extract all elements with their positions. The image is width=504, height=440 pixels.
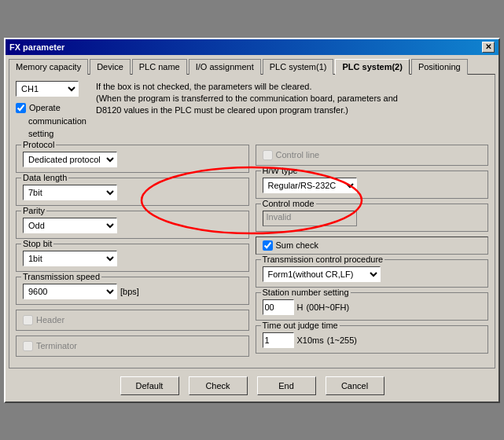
ch-select[interactable]: CH1 CH2 bbox=[16, 81, 79, 97]
data-length-label: Data length bbox=[21, 173, 68, 182]
station-h-label: H bbox=[297, 302, 304, 312]
data-length-row: 7bit 8bit bbox=[23, 185, 242, 200]
window-title: FX parameter bbox=[9, 42, 64, 52]
control-mode-group: Control mode Invalid bbox=[256, 204, 489, 232]
title-bar: FX parameter ✕ bbox=[6, 39, 498, 55]
right-column: Control line H/W type Regular/RS-232C RS… bbox=[256, 145, 489, 361]
fx-parameter-window: FX parameter ✕ Memory capacity Device PL… bbox=[4, 38, 500, 403]
protocol-row: Dedicated protocol Computer link bbox=[23, 152, 242, 167]
header-label: Header bbox=[36, 315, 64, 324]
station-number-label: Station number setting bbox=[261, 288, 351, 297]
hw-type-row: Regular/RS-232C RS-485 bbox=[263, 178, 482, 193]
control-line-group: Control line bbox=[256, 145, 489, 166]
timeout-input[interactable] bbox=[263, 332, 294, 348]
default-button[interactable]: Default bbox=[120, 376, 179, 395]
transmission-speed-group: Transmission speed 9600 19200 38400 [bps… bbox=[16, 277, 249, 305]
terminator-checkbox bbox=[23, 341, 33, 351]
tab-plc-name[interactable]: PLC name bbox=[132, 59, 187, 75]
header-checkbox bbox=[23, 315, 33, 325]
timeout-group: Time out judge time X10ms (1~255) bbox=[256, 325, 489, 354]
close-icon: ✕ bbox=[485, 42, 491, 51]
stop-bit-select[interactable]: 1bit 2bit bbox=[23, 251, 117, 266]
tab-bar: Memory capacity Device PLC name I/O assi… bbox=[6, 55, 498, 74]
bottom-buttons: Default Check End Cancel bbox=[6, 372, 498, 402]
parity-select[interactable]: Odd Even None bbox=[23, 218, 117, 233]
tab-plc-system2[interactable]: PLC system(2) bbox=[335, 59, 409, 75]
station-number-group: Station number setting H (00H~0FH) bbox=[256, 292, 489, 321]
stop-bit-row: 1bit 2bit bbox=[23, 251, 242, 266]
hw-type-group: H/W type Regular/RS-232C RS-485 bbox=[256, 170, 489, 199]
timeout-label: Time out judge time bbox=[261, 321, 340, 330]
transmission-speed-row: 9600 19200 38400 [bps] bbox=[23, 284, 242, 299]
tab-io-assignment[interactable]: I/O assignment bbox=[189, 59, 261, 75]
left-column: Protocol Dedicated protocol Computer lin… bbox=[16, 145, 249, 361]
control-mode-row: Invalid bbox=[263, 211, 482, 226]
timeout-unit: X10ms bbox=[297, 336, 324, 345]
tab-positioning[interactable]: Positioning bbox=[411, 59, 468, 75]
tab-content: CH1 CH2 Operate communication setting If… bbox=[9, 74, 495, 368]
timeout-row: X10ms (1~255) bbox=[263, 332, 482, 348]
tab-device[interactable]: Device bbox=[90, 59, 131, 75]
control-line-checkbox bbox=[263, 150, 273, 160]
sum-check-container: Sum check bbox=[256, 236, 489, 255]
tab-memory-capacity[interactable]: Memory capacity bbox=[9, 59, 88, 75]
terminator-row: Terminator bbox=[23, 341, 242, 351]
check-button[interactable]: Check bbox=[189, 376, 248, 395]
end-button[interactable]: End bbox=[257, 376, 316, 395]
hw-type-label: H/W type bbox=[261, 166, 300, 175]
transmission-speed-select[interactable]: 9600 19200 38400 bbox=[23, 284, 117, 299]
communicate-label: communication bbox=[28, 116, 86, 126]
transmission-control-row: Form1(without CR,LF) Form2(with CR,LF) bbox=[263, 266, 482, 282]
transmission-control-select[interactable]: Form1(without CR,LF) Form2(with CR,LF) bbox=[263, 266, 381, 282]
cancel-button[interactable]: Cancel bbox=[326, 376, 384, 395]
header-row: Header bbox=[23, 315, 242, 325]
hw-type-select[interactable]: Regular/RS-232C RS-485 bbox=[263, 178, 357, 193]
protocol-label: Protocol bbox=[21, 140, 56, 149]
data-length-select[interactable]: 7bit 8bit bbox=[23, 185, 117, 200]
setting-label: setting bbox=[28, 129, 53, 138]
stop-bit-group: Stop bit 1bit 2bit bbox=[16, 244, 249, 272]
station-number-row: H (00H~0FH) bbox=[263, 299, 482, 315]
sum-check-label: Sum check bbox=[276, 240, 318, 250]
protocol-select[interactable]: Dedicated protocol Computer link bbox=[23, 152, 117, 167]
ch-select-area: CH1 CH2 Operate communication setting bbox=[16, 81, 86, 138]
close-button[interactable]: ✕ bbox=[482, 42, 495, 53]
station-number-input[interactable] bbox=[263, 299, 294, 315]
tab-plc-system1[interactable]: PLC system(1) bbox=[263, 59, 334, 75]
transmission-control-label: Transmission control procedure bbox=[261, 255, 385, 264]
info-line1: If the box is not checked, the parameter… bbox=[96, 81, 398, 93]
sum-check-area: Sum check bbox=[256, 236, 489, 255]
terminator-group: Terminator bbox=[16, 336, 249, 357]
station-range: (00H~0FH) bbox=[306, 302, 349, 312]
stop-bit-label: Stop bit bbox=[21, 239, 53, 248]
control-line-label: Control line bbox=[276, 150, 320, 160]
parity-group: Parity Odd Even None bbox=[16, 211, 249, 239]
info-line2: (When the program is transferred to the … bbox=[96, 93, 398, 104]
bps-unit: [bps] bbox=[120, 287, 139, 296]
protocol-group: Protocol Dedicated protocol Computer lin… bbox=[16, 145, 249, 173]
operate-label: Operate bbox=[29, 103, 61, 112]
timeout-range: (1~255) bbox=[327, 336, 357, 345]
transmission-speed-label: Transmission speed bbox=[21, 272, 101, 281]
operate-row: Operate bbox=[16, 103, 86, 113]
header-group: Header bbox=[16, 310, 249, 331]
main-form: Protocol Dedicated protocol Computer lin… bbox=[16, 145, 488, 361]
terminator-label: Terminator bbox=[36, 341, 77, 350]
control-mode-label: Control mode bbox=[261, 199, 316, 208]
parity-row: Odd Even None bbox=[23, 218, 242, 233]
top-section: CH1 CH2 Operate communication setting If… bbox=[16, 81, 488, 138]
control-line-row: Control line bbox=[263, 150, 482, 160]
info-line3: D8120 values in the PLC must be cleared … bbox=[96, 104, 398, 116]
control-mode-value: Invalid bbox=[263, 211, 357, 226]
sum-check-checkbox[interactable] bbox=[263, 240, 273, 251]
data-length-group: Data length 7bit 8bit bbox=[16, 178, 249, 206]
transmission-control-group: Transmission control procedure Form1(wit… bbox=[256, 259, 489, 288]
parity-label: Parity bbox=[21, 206, 46, 215]
info-text: If the box is not checked, the parameter… bbox=[96, 81, 398, 117]
operate-checkbox[interactable] bbox=[16, 103, 26, 113]
